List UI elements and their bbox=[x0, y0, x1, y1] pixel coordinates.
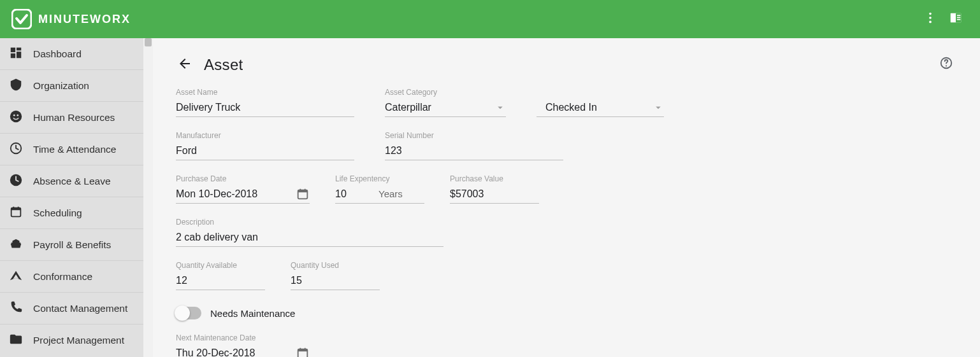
serial-number-input[interactable] bbox=[385, 145, 563, 157]
svg-rect-19 bbox=[11, 207, 21, 210]
sidebar-item-organization[interactable]: Organization bbox=[0, 70, 143, 101]
svg-point-2 bbox=[929, 17, 932, 19]
field-asset-category: Asset Category bbox=[385, 88, 506, 117]
svg-rect-7 bbox=[957, 17, 961, 18]
more-menu-button[interactable] bbox=[918, 6, 943, 32]
dashboard-icon bbox=[9, 46, 23, 62]
more-vert-icon bbox=[923, 11, 937, 27]
life-expectancy-input[interactable] bbox=[335, 188, 373, 200]
sidebar-scrollbar-thumb[interactable] bbox=[145, 38, 152, 46]
sidebar-item-scheduling[interactable]: Scheduling bbox=[0, 197, 143, 228]
sidebar-item-label: Dashboard bbox=[33, 48, 82, 60]
panel-toggle-button[interactable] bbox=[943, 6, 969, 32]
field-quantity-used: Quantity Used bbox=[291, 261, 380, 290]
label-description: Description bbox=[176, 218, 443, 227]
top-bar: MINUTEWORX bbox=[0, 0, 980, 38]
purchase-value-input[interactable] bbox=[450, 188, 539, 200]
time-attendance-icon bbox=[9, 141, 23, 158]
field-life-expectancy: Life Expentency Years bbox=[335, 174, 424, 204]
hr-icon bbox=[9, 109, 23, 126]
svg-point-14 bbox=[13, 114, 15, 116]
calendar-icon[interactable] bbox=[296, 187, 310, 201]
asset-name-input[interactable] bbox=[176, 102, 354, 113]
conformance-icon bbox=[9, 269, 23, 285]
contact-mgmt-icon bbox=[9, 300, 23, 317]
field-purchase-date: Purchase Date bbox=[176, 174, 310, 204]
asset-category-select[interactable] bbox=[385, 98, 506, 117]
title-row: Asset bbox=[176, 56, 957, 74]
sidebar-item-label: Payroll & Benefits bbox=[33, 239, 111, 251]
dropdown-icon bbox=[494, 102, 506, 113]
sidebar-item-label: Time & Attendance bbox=[33, 144, 116, 155]
label-asset-name: Asset Name bbox=[176, 88, 354, 97]
sidebar-item-label: Scheduling bbox=[33, 207, 82, 219]
field-needs-maintenance: Needs Maintenance bbox=[176, 307, 957, 319]
dropdown-icon bbox=[652, 102, 664, 113]
sidebar-item-absence-leave[interactable]: Absence & Leave bbox=[0, 165, 143, 197]
payroll-icon bbox=[9, 237, 23, 253]
quantity-available-input[interactable] bbox=[176, 275, 265, 286]
field-status bbox=[537, 97, 664, 117]
sidebar-item-label: Contact Management bbox=[33, 303, 127, 314]
field-asset-name: Asset Name bbox=[176, 88, 354, 117]
status-select[interactable] bbox=[537, 98, 664, 117]
sidebar-item-label: Organization bbox=[33, 80, 89, 92]
label-purchase-value: Purchase Value bbox=[450, 174, 539, 183]
field-next-maintenance-date: Next Maintenance Date bbox=[176, 333, 310, 357]
sidebar-item-human-resources[interactable]: Human Resources bbox=[0, 102, 143, 133]
svg-rect-25 bbox=[298, 190, 308, 192]
svg-point-3 bbox=[929, 21, 932, 24]
svg-rect-6 bbox=[957, 15, 961, 16]
life-expectancy-unit: Years bbox=[378, 188, 403, 199]
field-description: Description bbox=[176, 218, 443, 247]
back-button[interactable] bbox=[176, 56, 194, 74]
label-purchase-date: Purchase Date bbox=[176, 174, 310, 183]
field-serial-number: Serial Number bbox=[385, 131, 563, 160]
sidebar-item-time-attendance[interactable]: Time & Attendance bbox=[0, 134, 143, 165]
label-needs-maintenance: Needs Maintenance bbox=[210, 308, 295, 319]
label-quantity-used: Quantity Used bbox=[291, 261, 380, 270]
sidebar-item-contact-management[interactable]: Contact Management bbox=[0, 293, 143, 324]
calendar-icon[interactable] bbox=[296, 346, 310, 358]
next-maintenance-date-input[interactable] bbox=[176, 347, 291, 358]
panel-icon bbox=[949, 11, 963, 27]
svg-point-15 bbox=[17, 114, 18, 116]
label-next-maintenance-date: Next Maintenance Date bbox=[176, 333, 310, 342]
status-value bbox=[545, 102, 664, 113]
manufacturer-input[interactable] bbox=[176, 145, 354, 157]
brand: MINUTEWORX bbox=[11, 9, 131, 29]
scheduling-icon bbox=[9, 205, 23, 221]
sidebar-item-conformance[interactable]: Conformance bbox=[0, 261, 143, 292]
svg-rect-12 bbox=[11, 53, 15, 57]
label-life-expectancy: Life Expentency bbox=[335, 174, 424, 183]
svg-point-1 bbox=[929, 13, 932, 15]
organization-icon bbox=[9, 78, 23, 94]
sidebar-item-payroll-benefits[interactable]: Payroll & Benefits bbox=[0, 229, 143, 260]
sidebar-item-label: Human Resources bbox=[33, 112, 115, 123]
page-title: Asset bbox=[204, 56, 243, 74]
sidebar-item-project-management[interactable]: Project Management bbox=[0, 325, 143, 356]
asset-form: Asset Name Asset Category Manufac bbox=[176, 88, 957, 357]
svg-rect-11 bbox=[17, 52, 21, 58]
sidebar: Dashboard Organization Human Resources T… bbox=[0, 38, 153, 357]
brand-logo-icon bbox=[11, 9, 32, 29]
svg-rect-10 bbox=[17, 47, 21, 50]
sidebar-item-label: Conformance bbox=[33, 271, 92, 283]
label-asset-category: Asset Category bbox=[385, 88, 506, 97]
sidebar-scrollbar[interactable] bbox=[143, 38, 153, 357]
absence-leave-icon bbox=[9, 173, 23, 190]
svg-rect-0 bbox=[12, 10, 31, 29]
svg-point-23 bbox=[946, 65, 947, 66]
needs-maintenance-toggle[interactable] bbox=[176, 307, 201, 319]
main-content: Asset Asset Name Asset Category bbox=[153, 38, 980, 357]
sidebar-item-label: Project Management bbox=[33, 335, 124, 346]
sidebar-list: Dashboard Organization Human Resources T… bbox=[0, 38, 143, 356]
help-button[interactable] bbox=[935, 53, 957, 75]
arrow-back-icon bbox=[177, 56, 192, 74]
sidebar-item-dashboard[interactable]: Dashboard bbox=[0, 38, 143, 69]
purchase-date-input[interactable] bbox=[176, 188, 291, 200]
description-input[interactable] bbox=[176, 232, 443, 243]
label-manufacturer: Manufacturer bbox=[176, 131, 354, 140]
svg-point-13 bbox=[10, 110, 22, 122]
quantity-used-input[interactable] bbox=[291, 275, 380, 286]
